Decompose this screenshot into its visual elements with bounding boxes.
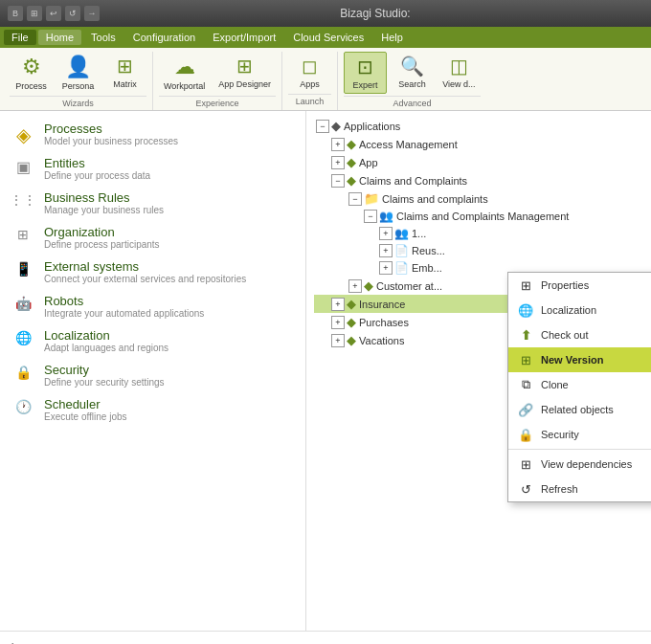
nav-security-title: Security bbox=[44, 363, 165, 377]
nav-organization[interactable]: ⊞ Organization Define process participan… bbox=[0, 220, 305, 255]
context-checkout[interactable]: ⬆ Check out bbox=[508, 322, 651, 347]
tree-label-emb: Emb... bbox=[412, 262, 442, 274]
properties-icon: ⊞ bbox=[518, 278, 533, 293]
tree-label-purchases: Purchases bbox=[359, 317, 409, 328]
nav-external-subtitle: Connect your external services and repos… bbox=[44, 274, 246, 284]
tree-expander-emb[interactable]: + bbox=[379, 261, 393, 275]
back-button[interactable]: ‹ bbox=[10, 637, 14, 645]
ribbon-apps-btn[interactable]: ◻ Apps bbox=[288, 52, 331, 92]
nav-scheduler-title: Scheduler bbox=[44, 397, 127, 411]
tree-expander-vacations[interactable]: + bbox=[331, 334, 345, 347]
tree-icon-applications: ◆ bbox=[331, 119, 341, 133]
tree-expander-purchases[interactable]: + bbox=[331, 316, 345, 329]
tree-label-customer: Customer at... bbox=[376, 280, 442, 292]
minimize-icon[interactable]: ⊞ bbox=[27, 6, 42, 21]
ribbon-expert-btn[interactable]: ⊡ Expert bbox=[344, 52, 387, 94]
ribbon-viewdep-label: View d... bbox=[442, 79, 475, 89]
nav-localization[interactable]: 🌐 Localization Adapt languages and regio… bbox=[0, 323, 305, 358]
scheduler-icon: 🕐 bbox=[10, 399, 36, 414]
menu-cloud-services[interactable]: Cloud Services bbox=[285, 30, 371, 45]
apps-icon: ◻ bbox=[302, 55, 318, 78]
tree-expander-claims-sub[interactable]: − bbox=[348, 192, 362, 206]
nav-bizrules[interactable]: ⋮⋮ Business Rules Manage your business r… bbox=[0, 186, 305, 220]
redo-icon[interactable]: ↺ bbox=[65, 6, 80, 21]
menu-tools[interactable]: Tools bbox=[83, 30, 123, 45]
tree-expander-app[interactable]: + bbox=[331, 156, 345, 169]
expert-icon: ⊡ bbox=[357, 56, 373, 78]
ribbon-matrix-label: Matrix bbox=[113, 79, 137, 89]
nav-external-systems[interactable]: 📱 External systems Connect your external… bbox=[0, 255, 305, 289]
tree-expander-applications[interactable]: − bbox=[316, 120, 329, 133]
title-bar-controls: B ⊞ ↩ ↺ → bbox=[8, 6, 100, 21]
tree-item-claims-sub[interactable]: − 📁 Claims and complaints bbox=[314, 189, 643, 208]
ribbon-process-btn[interactable]: ⚙ Process bbox=[10, 52, 53, 94]
security-ctx-icon: 🔒 bbox=[518, 427, 533, 442]
nav-processes[interactable]: ◈ Processes Model your business processe… bbox=[0, 117, 305, 151]
nav-bizrules-title: Business Rules bbox=[44, 190, 164, 205]
ribbon-workportal-btn[interactable]: ☁ Workportal bbox=[159, 52, 210, 94]
menu-help[interactable]: Help bbox=[373, 30, 411, 45]
tree-item-ccm[interactable]: − 👥 Claims and Complaints Management bbox=[314, 208, 643, 225]
context-security-label: Security bbox=[541, 429, 579, 440]
context-properties[interactable]: ⊞ Properties bbox=[508, 273, 651, 298]
ribbon-search-btn[interactable]: 🔍 Search bbox=[391, 52, 434, 94]
context-clone[interactable]: ⧉ Clone bbox=[508, 372, 651, 397]
menu-configuration[interactable]: Configuration bbox=[125, 30, 203, 45]
tree-icon-purchases: ◆ bbox=[347, 315, 356, 329]
tree-label-claims: Claims and Complaints bbox=[359, 175, 467, 187]
context-new-version[interactable]: ⊞ New Version bbox=[508, 347, 651, 372]
tree-item-access[interactable]: + ◆ Access Management bbox=[314, 135, 643, 153]
ribbon-appdesigner-label: App Designer bbox=[218, 79, 271, 89]
nav-scheduler[interactable]: 🕐 Scheduler Execute offline jobs bbox=[0, 392, 305, 427]
nav-security[interactable]: 🔒 Security Define your security settings bbox=[0, 358, 305, 392]
context-localization[interactable]: 🌐 Localization bbox=[508, 298, 651, 322]
view-deps-icon: ⊞ bbox=[518, 456, 533, 472]
tree-icon-vacations: ◆ bbox=[347, 333, 356, 347]
organization-icon: ⊞ bbox=[10, 227, 36, 242]
nav-entities-subtitle: Define your process data bbox=[44, 170, 150, 181]
ribbon-viewdep-btn[interactable]: ◫ View d... bbox=[438, 52, 481, 94]
context-refresh[interactable]: ↺ Refresh bbox=[508, 477, 651, 501]
context-security[interactable]: 🔒 Security bbox=[508, 422, 651, 447]
security-icon: 🔒 bbox=[10, 365, 36, 380]
tree-icon-ccm: 👥 bbox=[379, 210, 393, 223]
localization-ctx-icon: 🌐 bbox=[518, 302, 533, 318]
ribbon-expert-label: Expert bbox=[352, 80, 377, 90]
ribbon-appdesigner-btn[interactable]: ⊞ App Designer bbox=[213, 52, 276, 94]
tree-item-1[interactable]: + 👥 1... bbox=[314, 225, 643, 242]
tree-item-applications[interactable]: − ◆ Applications bbox=[314, 117, 643, 135]
tree-icon-1: 👥 bbox=[394, 227, 409, 240]
nav-entities[interactable]: ▣ Entities Define your process data bbox=[0, 151, 305, 186]
nav-robots[interactable]: 🤖 Robots Integrate your automated applic… bbox=[0, 289, 305, 323]
tree-icon-reus: 📄 bbox=[394, 244, 409, 257]
menu-export-import[interactable]: Export/Import bbox=[205, 30, 283, 45]
viewdep-icon: ◫ bbox=[450, 55, 468, 78]
title-bar: B ⊞ ↩ ↺ → Bizagi Studio: bbox=[0, 0, 651, 27]
tree-expander-reus[interactable]: + bbox=[379, 244, 393, 257]
ribbon-launch-label: Launch bbox=[288, 94, 331, 108]
context-related-objects[interactable]: 🔗 Related objects bbox=[508, 397, 651, 422]
context-checkout-label: Check out bbox=[541, 329, 589, 341]
nav-processes-title: Processes bbox=[44, 122, 178, 136]
tree-expander-claims[interactable]: − bbox=[331, 174, 345, 188]
tree-item-reus[interactable]: + 📄 Reus... bbox=[314, 242, 643, 259]
context-refresh-label: Refresh bbox=[541, 483, 578, 495]
nav-bizrules-subtitle: Manage your business rules bbox=[44, 205, 164, 215]
tree-expander-customer[interactable]: + bbox=[348, 279, 362, 293]
tree-expander-1[interactable]: + bbox=[379, 227, 393, 240]
menu-file[interactable]: File bbox=[4, 30, 36, 45]
tree-expander-ccm[interactable]: − bbox=[364, 210, 377, 223]
tree-expander-access[interactable]: + bbox=[331, 138, 345, 151]
menu-home[interactable]: Home bbox=[38, 30, 81, 45]
context-properties-label: Properties bbox=[541, 279, 589, 291]
tree-label-access: Access Management bbox=[359, 139, 458, 150]
context-view-deps[interactable]: ⊞ View dependencies bbox=[508, 452, 651, 477]
matrix-icon: ⊞ bbox=[117, 55, 133, 78]
ribbon-persona-btn[interactable]: 👤 Persona bbox=[56, 52, 100, 94]
tree-item-claims[interactable]: − ◆ Claims and Complaints bbox=[314, 171, 643, 189]
tree-expander-insurance[interactable]: + bbox=[331, 298, 345, 311]
ribbon-matrix-btn[interactable]: ⊞ Matrix bbox=[103, 52, 146, 94]
undo-icon[interactable]: ↩ bbox=[46, 6, 61, 21]
tree-item-app[interactable]: + ◆ App bbox=[314, 153, 643, 171]
forward-icon[interactable]: → bbox=[84, 6, 100, 21]
